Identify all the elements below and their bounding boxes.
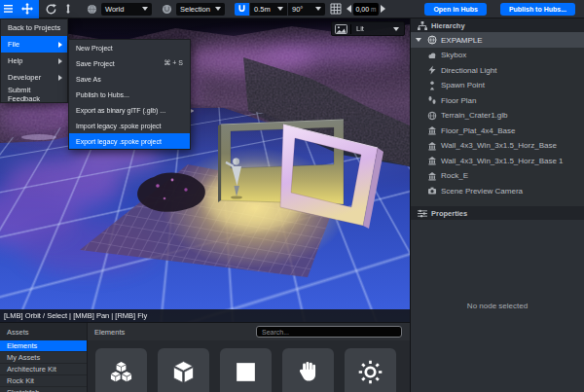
publish-to-hubs-button[interactable]: Publish to Hubs... [500,3,575,16]
image-icon [332,24,351,34]
submenu-item-label: Import legacy .spoke project [76,123,162,129]
node-label: Directional Light [441,66,496,75]
grid-height-value-box[interactable]: 0,00 m [353,3,379,16]
magnet-icon [237,4,246,14]
assets-tab-my-assets[interactable]: My Assets [0,352,87,364]
submenu-item-export-glb[interactable]: Export as binary glTF (.glb) ... [69,102,190,118]
asset-tile-light[interactable] [345,348,396,392]
menu-item-back-to-projects[interactable]: Back to Projects [1,19,67,36]
node-label: Floor_Plat_4x4_Base [441,126,516,135]
menu-item-label: Developer [8,73,41,82]
transform-pivot-value: Selection [180,5,210,14]
submenu-item-save-project[interactable]: Save Project ⌘ + S [69,55,190,71]
transform-space-select[interactable]: World [101,3,152,16]
render-mode-value: Lit [356,24,364,33]
submenu-item-label: Save As [76,76,101,83]
footprints-icon [427,95,437,105]
properties-empty-message: No node selected [467,302,528,310]
hierarchy-node-floor-plat[interactable]: Floor_Plat_4x4_Base [411,124,584,139]
cubes-icon [108,359,134,385]
open-in-hubs-button[interactable]: Open in Hubs [424,3,487,16]
menu-item-help[interactable]: Help [1,53,67,69]
grid-height-stepper: 0,00 m [330,3,387,16]
hierarchy-node-rock-e[interactable]: Rock_E [411,168,584,184]
menu-item-label: Back to Projects [8,23,60,32]
submenu-item-export-legacy[interactable]: Export legacy .spoke project [69,133,190,149]
node-label: Spawn Point [441,81,485,89]
render-mode-select[interactable]: Lit [331,21,405,36]
node-label: EXPAMPLE [441,36,483,45]
node-label: Floor Plan [441,96,476,105]
rotate-icon [46,4,56,15]
asset-tile-plane[interactable] [220,348,272,392]
hierarchy-node-spawn-point[interactable]: Spawn Point [411,78,584,93]
submenu-item-publish-to-hubs[interactable]: Publish to Hubs... [69,87,190,102]
snap-translate-select[interactable]: 0.5m [250,3,287,16]
hierarchy-node-directional-light[interactable]: Directional Light [411,63,584,79]
hierarchy-icon [418,21,427,30]
grid-height-unit: m [371,6,376,13]
assets-panel: Assets Elements My Assets Architecture K… [0,322,410,392]
hierarchy-node-wall-base-1[interactable]: Wall_4x3_Win_3x1.5_Horz_Base 1 [411,154,584,169]
assets-tab-elements[interactable]: Elements [0,340,87,352]
transform-pivot-select[interactable]: Selection [176,3,225,16]
hamburger-icon [4,5,13,13]
hierarchy-title: Hierarchy [431,21,465,30]
assets-tab-rock-kit[interactable]: Rock Kit [0,375,87,387]
submenu-item-label: Export legacy .spoke project [76,138,162,145]
caret-down-icon[interactable] [416,38,421,42]
chevron-down-icon [142,7,148,11]
chevron-down-icon [393,27,399,31]
hierarchy-node-skybox[interactable]: Skybox [411,48,584,63]
menu-item-label: Help [8,56,22,65]
assets-tab-architecture-kit[interactable]: Architecture Kit [0,364,87,375]
kit-piece-icon [427,125,437,135]
transform-space-icon [87,4,97,15]
sliders-icon [418,209,427,218]
hierarchy-node-floor-plan[interactable]: Floor Plan [411,93,584,109]
toolbar: World Selection 0.5m 90° [0,0,584,18]
hierarchy-node-wall-base[interactable]: Wall_4x3_Win_3x1.5_Horz_Base [411,138,584,154]
submenu-item-save-as[interactable]: Save As [69,71,190,87]
hierarchy-node-root[interactable]: EXPAMPLE [411,32,584,48]
submenu-item-label: Export as binary glTF (.glb) ... [76,107,165,114]
caret-right-icon [58,42,62,48]
rotate-tool-button[interactable] [42,0,59,18]
chevron-down-icon [277,7,283,11]
asset-tile-model[interactable] [158,348,209,392]
assets-tab-sketchfab[interactable]: Sketchfab [0,387,87,392]
search-input[interactable] [256,326,402,338]
spoke-editor: World Selection 0.5m 90° [0,0,584,392]
submenu-item-new-project[interactable]: New Project [69,40,190,55]
main-menu-button[interactable] [0,0,16,18]
menu-item-developer[interactable]: Developer [1,69,67,86]
decrement-arrow[interactable] [347,5,351,13]
snap-rotate-select[interactable]: 90° [288,3,325,16]
increment-arrow[interactable] [381,5,385,13]
node-label: Wall_4x3_Win_3x1.5_Horz_Base 1 [441,157,564,165]
asset-tile-interact[interactable] [282,348,334,392]
translate-tool-button[interactable] [16,0,39,18]
kit-piece-icon [427,156,437,165]
submenu-item-label: Publish to Hubs... [76,91,129,98]
hierarchy-node-scene-preview-camera[interactable]: Scene Preview Camera [411,184,584,199]
globe-icon [427,35,437,45]
asset-tile-group[interactable] [95,348,147,392]
submenu-item-label: Save Project [76,60,115,67]
node-label: Skybox [441,51,466,59]
grid-height-value: 0,00 [355,6,369,13]
menu-item-submit-feedback[interactable]: Submit Feedback [1,86,67,102]
node-label: Wall_4x3_Win_3x1.5_Horz_Base [441,141,557,150]
submenu-item-import-legacy[interactable]: Import legacy .spoke project [69,118,190,133]
menu-item-file[interactable]: File [1,36,67,53]
hierarchy-tree: EXPAMPLE Skybox Directional Light Spawn … [411,32,584,206]
viewport-status-bar: [LMB] Orbit / Select | [MMB] Pan | [RMB]… [0,309,410,322]
sphere-icon [427,111,437,121]
chevron-down-icon [215,7,221,11]
submenu-item-label: New Project [76,45,113,52]
snap-translate-value: 0.5m [254,5,271,14]
scale-tool-button[interactable] [59,0,77,18]
transform-space-value: World [105,5,124,14]
hierarchy-node-terrain[interactable]: Terrain_Crater1.glb [411,108,584,124]
snap-toggle-button[interactable] [235,3,249,16]
